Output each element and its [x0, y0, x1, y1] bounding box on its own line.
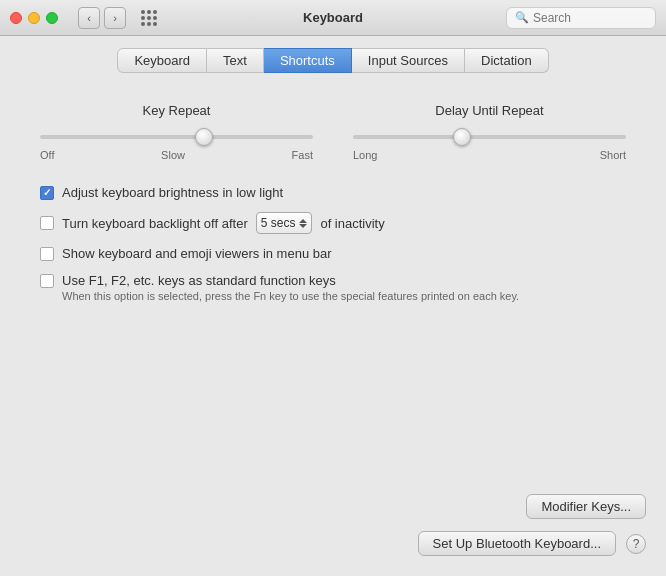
emoji-option-row: Show keyboard and emoji viewers in menu … [40, 246, 626, 261]
emoji-checkbox[interactable] [40, 247, 54, 261]
delay-repeat-group: Delay Until Repeat Long Short [353, 103, 626, 161]
traffic-lights [10, 12, 58, 24]
key-repeat-slow-label: Slow [161, 149, 185, 161]
delay-repeat-slider-labels: Long Short [353, 149, 626, 161]
fn-keys-checkbox[interactable] [40, 274, 54, 288]
sliders-section: Key Repeat Off Slow Fast Delay Until Rep… [40, 103, 626, 161]
select-arrows-icon [299, 219, 307, 228]
tab-bar: Keyboard Text Shortcuts Input Sources Di… [0, 36, 666, 83]
tab-shortcuts[interactable]: Shortcuts [264, 48, 352, 73]
options-section: Adjust keyboard brightness in low light … [40, 185, 626, 302]
inactivity-select[interactable]: 5 secs [256, 212, 313, 234]
tab-keyboard[interactable]: Keyboard [117, 48, 207, 73]
brightness-label: Adjust keyboard brightness in low light [62, 185, 283, 200]
fn-keys-label: Use F1, F2, etc. keys as standard functi… [62, 273, 336, 288]
modifier-keys-button[interactable]: Modifier Keys... [526, 494, 646, 519]
bluetooth-keyboard-button[interactable]: Set Up Bluetooth Keyboard... [418, 531, 616, 556]
select-arrow-down [299, 224, 307, 228]
fn-keys-option-row: Use F1, F2, etc. keys as standard functi… [40, 273, 626, 288]
delay-repeat-slider-container[interactable] [353, 128, 626, 146]
titlebar: ‹ › Keyboard 🔍 [0, 0, 666, 36]
backlight-label: Turn keyboard backlight off after [62, 216, 248, 231]
delay-repeat-track [353, 135, 626, 139]
back-button[interactable]: ‹ [78, 7, 100, 29]
delay-repeat-short-label: Short [600, 149, 626, 161]
tab-dictation[interactable]: Dictation [465, 48, 549, 73]
help-button[interactable]: ? [626, 534, 646, 554]
key-repeat-track [40, 135, 313, 139]
key-repeat-slider-labels: Off Slow Fast [40, 149, 313, 161]
backlight-option-group: Turn keyboard backlight off after 5 secs… [40, 212, 626, 234]
brightness-checkbox[interactable] [40, 186, 54, 200]
select-arrow-up [299, 219, 307, 223]
brightness-option-row: Adjust keyboard brightness in low light [40, 185, 626, 200]
fn-keys-sub-note: When this option is selected, press the … [62, 290, 626, 302]
key-repeat-group: Key Repeat Off Slow Fast [40, 103, 313, 161]
grid-icon [141, 10, 157, 26]
emoji-label: Show keyboard and emoji viewers in menu … [62, 246, 332, 261]
backlight-option-row: Turn keyboard backlight off after 5 secs… [40, 212, 626, 234]
delay-repeat-thumb[interactable] [453, 128, 471, 146]
delay-repeat-label: Delay Until Repeat [353, 103, 626, 118]
search-input[interactable] [533, 11, 643, 25]
tab-text[interactable]: Text [207, 48, 264, 73]
bottom-section: Modifier Keys... Set Up Bluetooth Keyboa… [418, 494, 646, 556]
grid-button[interactable] [138, 7, 160, 29]
nav-buttons: ‹ › [78, 7, 126, 29]
key-repeat-slider-container[interactable] [40, 128, 313, 146]
search-box[interactable]: 🔍 [506, 7, 656, 29]
key-repeat-thumb[interactable] [195, 128, 213, 146]
search-icon: 🔍 [515, 11, 529, 24]
main-content: Key Repeat Off Slow Fast Delay Until Rep… [0, 83, 666, 322]
key-repeat-off-label: Off [40, 149, 54, 161]
fn-keys-option-group: Use F1, F2, etc. keys as standard functi… [40, 273, 626, 302]
maximize-button[interactable] [46, 12, 58, 24]
close-button[interactable] [10, 12, 22, 24]
forward-button[interactable]: › [104, 7, 126, 29]
tab-input-sources[interactable]: Input Sources [352, 48, 465, 73]
modifier-keys-row: Modifier Keys... [526, 494, 646, 519]
minimize-button[interactable] [28, 12, 40, 24]
bluetooth-row: Set Up Bluetooth Keyboard... ? [418, 531, 646, 556]
window-title: Keyboard [303, 10, 363, 25]
backlight-checkbox[interactable] [40, 216, 54, 230]
key-repeat-label: Key Repeat [40, 103, 313, 118]
inactivity-select-value: 5 secs [261, 216, 296, 230]
key-repeat-fast-label: Fast [292, 149, 313, 161]
inactivity-after-label: of inactivity [320, 216, 384, 231]
delay-repeat-long-label: Long [353, 149, 377, 161]
